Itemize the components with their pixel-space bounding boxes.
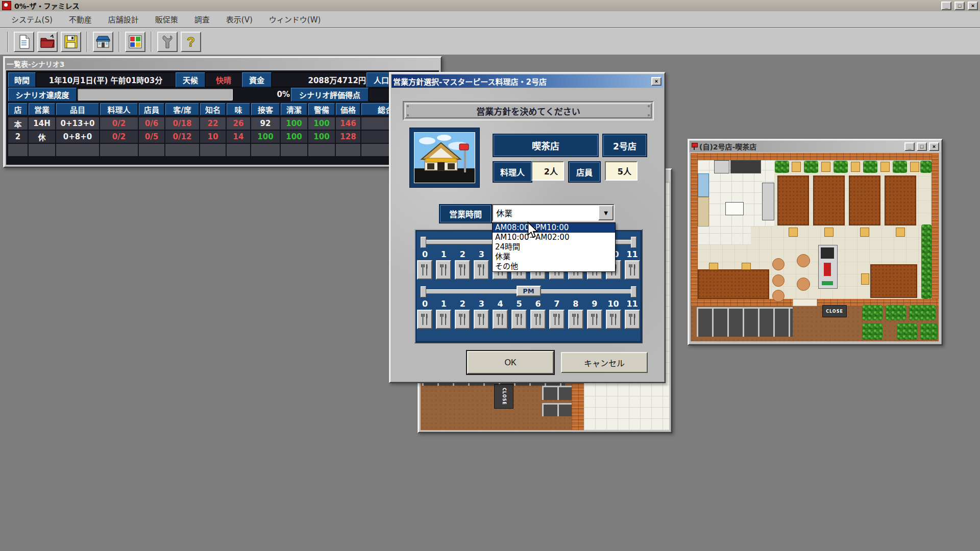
hour-toggle-button[interactable] — [436, 260, 451, 280]
chair — [860, 228, 869, 237]
hedge — [897, 323, 917, 340]
table-cell — [251, 144, 280, 156]
chair — [789, 228, 798, 237]
open-file-button[interactable] — [37, 32, 58, 52]
app-titlebar: 0%-ザ・ファミレス _ □ × — [0, 0, 980, 11]
hour-toggle-button[interactable] — [455, 260, 470, 280]
hour-toggle-button[interactable] — [474, 310, 489, 329]
fork-knife-icon — [439, 313, 448, 326]
parking-stalls — [542, 403, 572, 416]
store-name-plate: 2号店 — [602, 134, 647, 157]
hours-combobox[interactable]: 休業 ▼ — [492, 204, 615, 221]
tools-button[interactable] — [157, 32, 178, 52]
hour-toggle-button[interactable] — [530, 310, 546, 329]
dialog-close-button[interactable]: × — [651, 77, 662, 86]
new-file-icon — [16, 44, 32, 52]
am-slider-left-cap[interactable] — [421, 237, 426, 248]
menu-item[interactable]: 不動産 — [61, 12, 100, 27]
chair — [880, 162, 890, 172]
fork-knife-icon — [571, 313, 580, 326]
close-button[interactable]: × — [968, 2, 978, 10]
hour-label: 0 — [415, 299, 434, 309]
menu-item[interactable]: 調査 — [186, 12, 218, 27]
hour-toggle-button[interactable] — [568, 310, 583, 329]
fork-knife-icon — [552, 313, 561, 326]
map-minimize-button[interactable]: _ — [904, 142, 915, 151]
counter-appliance — [714, 160, 729, 173]
fork-knife-icon — [590, 313, 599, 326]
toolbar-separator — [7, 32, 9, 52]
chair — [896, 228, 905, 237]
hour-toggle-button[interactable] — [625, 260, 640, 280]
ok-button[interactable]: OK — [467, 351, 554, 374]
minimize-button[interactable]: _ — [941, 2, 951, 10]
table-cell — [200, 144, 226, 156]
pm-slider-left-cap[interactable] — [421, 286, 426, 297]
fork-knife-icon — [458, 313, 467, 326]
maximize-button[interactable]: □ — [954, 2, 965, 10]
map-window-title: (自)2号店-喫茶店 — [699, 141, 902, 152]
hour-toggle-button[interactable] — [417, 310, 432, 329]
menu-item[interactable]: 表示(V) — [218, 12, 261, 27]
staff-label: 店員 — [568, 161, 601, 183]
menu-item[interactable]: ウィンドウ(W) — [261, 12, 329, 27]
table-row[interactable]: 本14H0+13+00/20/60/18222692100100146 — [8, 117, 437, 130]
dropdown-option[interactable]: AM10:00~AM02:00 — [493, 233, 615, 242]
hour-toggle-button[interactable] — [511, 310, 527, 329]
store-picture — [414, 132, 475, 183]
hour-toggle-button[interactable] — [493, 310, 508, 329]
pm-slider-right-cap[interactable] — [631, 286, 636, 297]
hour-toggle-button[interactable] — [417, 260, 432, 280]
store-button[interactable] — [93, 32, 113, 52]
hour-toggle-button[interactable] — [549, 310, 565, 329]
help-button[interactable]: ? — [181, 32, 201, 52]
map-maximize-button[interactable]: □ — [917, 142, 927, 151]
menu-item[interactable]: 販促策 — [147, 12, 186, 27]
dropdown-option[interactable]: 休業 — [493, 252, 615, 262]
list-window-titlebar[interactable]: 一覧表-シナリオ3 — [5, 58, 440, 69]
dropdown-option[interactable]: 24時間 — [493, 242, 615, 252]
hour-toggle-button[interactable] — [474, 260, 489, 280]
menu-item[interactable]: 店舗設計 — [100, 12, 147, 27]
combobox-dropdown-button[interactable]: ▼ — [598, 205, 614, 220]
hour-label: 1 — [434, 249, 453, 259]
booth-table — [777, 176, 809, 226]
map-close-button[interactable]: × — [929, 142, 939, 151]
am-slider-right-cap[interactable] — [631, 237, 636, 248]
weather-value: 快晴 — [205, 72, 242, 87]
table-cell — [165, 144, 199, 156]
fork-knife-icon — [477, 313, 486, 326]
hour-toggle-button[interactable] — [455, 310, 470, 329]
kitchen-tiles — [698, 227, 751, 245]
hour-toggle-button[interactable] — [436, 310, 451, 329]
booth-table — [849, 176, 880, 226]
layout-map-button[interactable] — [125, 32, 145, 52]
map-window-titlebar[interactable]: (自)2号店-喫茶店 _ □ × — [690, 141, 941, 152]
pm-slider[interactable]: PM — [419, 286, 639, 297]
map-window[interactable]: (自)2号店-喫茶店 _ □ × — [688, 139, 943, 345]
table-row[interactable] — [8, 144, 437, 156]
stool — [797, 278, 810, 291]
hedge — [775, 161, 789, 173]
brick-wall — [691, 153, 939, 160]
new-file-button[interactable] — [14, 32, 34, 52]
save-file-button[interactable] — [61, 32, 81, 52]
table-row[interactable]: 2休0+8+00/20/50/121014100100100128 — [8, 131, 437, 143]
table-cell: 0+8+0 — [56, 131, 99, 143]
dropdown-option[interactable]: AM08:00~PM10:00 — [493, 223, 615, 233]
store-picture-frame — [409, 128, 480, 188]
cancel-button[interactable]: キャンセル — [561, 352, 648, 373]
hour-toggle-button[interactable] — [606, 310, 621, 329]
menu-item[interactable]: システム(S) — [3, 12, 61, 27]
fork-knife-icon — [533, 313, 543, 326]
save-floppy-icon — [63, 44, 79, 52]
fork-knife-icon — [439, 263, 448, 277]
hour-toggle-button[interactable] — [625, 310, 640, 329]
help-icon: ? — [183, 44, 199, 52]
toolbar-separator — [86, 32, 88, 52]
table-header-cell: 品目 — [56, 103, 99, 115]
hour-toggle-button[interactable] — [587, 310, 602, 329]
dropdown-option[interactable]: その他 — [493, 262, 615, 271]
dialog-titlebar[interactable]: 営業方針選択-マスターピース料理店・2号店 × — [391, 74, 663, 88]
time-label: 時間 — [8, 72, 36, 87]
